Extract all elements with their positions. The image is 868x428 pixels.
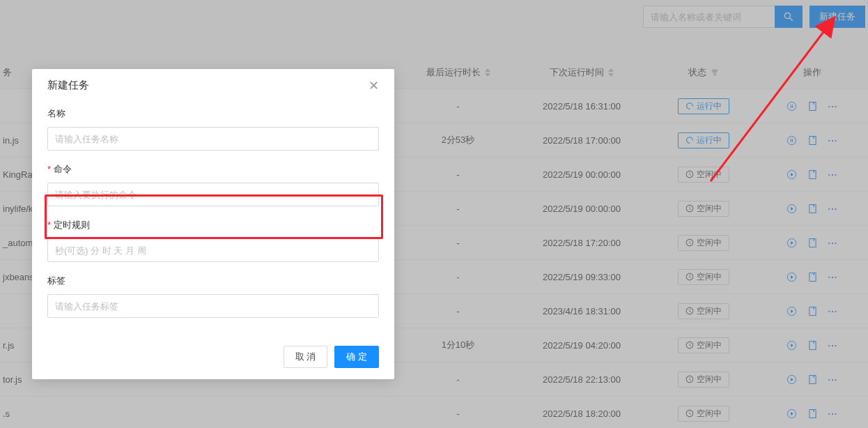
cancel-button[interactable]: 取 消 [284,346,328,368]
name-label: 名称 [47,107,379,120]
ok-button[interactable]: 确 定 [334,346,379,368]
cron-label: 定时规则 [47,219,379,231]
command-input[interactable] [47,183,379,206]
command-label: 命令 [47,163,379,176]
name-input[interactable] [47,127,379,151]
close-icon[interactable]: ✕ [369,79,379,92]
cron-input[interactable] [47,238,379,262]
tag-label: 标签 [47,275,379,287]
new-task-modal: 新建任务 ✕ 名称 命令 定时规则 标签 取 消 确 定 [32,69,394,379]
tag-input[interactable] [47,294,379,318]
modal-title: 新建任务 [47,79,89,92]
